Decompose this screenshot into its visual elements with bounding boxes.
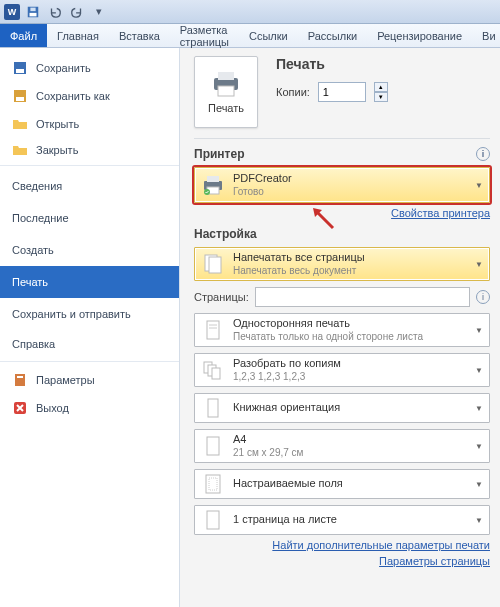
svg-rect-11 [218, 72, 234, 80]
sidebar-item-print[interactable]: Печать [0, 266, 179, 298]
info-icon[interactable]: i [476, 290, 490, 304]
sidebar-item-close[interactable]: Закрыть [0, 138, 179, 166]
sidebar-item-share[interactable]: Сохранить и отправить [0, 298, 179, 330]
margins-icon [201, 472, 225, 496]
chevron-down-icon: ▼ [475, 404, 483, 413]
chevron-down-icon: ▼ [475, 366, 483, 375]
printer-heading: Принтер [194, 147, 244, 161]
qat-dropdown-icon[interactable]: ▾ [90, 3, 108, 21]
dropdown-sub: Напечатать весь документ [233, 265, 365, 277]
sheet-icon [201, 508, 225, 532]
dropdown-sub: 21 см x 29,7 см [233, 447, 303, 459]
sidebar-item-open[interactable]: Открыть [0, 110, 179, 138]
tab-mailings[interactable]: Рассылки [298, 24, 367, 47]
settings-heading: Настройка [194, 227, 257, 241]
tab-references[interactable]: Ссылки [239, 24, 298, 47]
print-button-label: Печать [208, 102, 244, 114]
pages-scope-dropdown[interactable]: Напечатать все страницы Напечатать весь … [194, 247, 490, 281]
tab-file[interactable]: Файл [0, 24, 47, 47]
svg-rect-24 [212, 368, 220, 379]
sidebar-item-label: Сохранить [36, 62, 91, 74]
printer-icon [201, 173, 225, 197]
copies-down[interactable]: ▼ [374, 92, 388, 102]
printer-icon [210, 70, 242, 98]
sidebar-item-save[interactable]: Сохранить [0, 54, 179, 82]
divider [194, 138, 490, 139]
sidebar-item-help[interactable]: Справка [0, 330, 179, 362]
ribbon-tabs: Файл Главная Вставка Разметка страницы С… [0, 24, 500, 48]
svg-rect-1 [30, 12, 37, 16]
print-heading: Печать [276, 56, 388, 72]
page-single-icon [201, 318, 225, 342]
sidebar-item-label: Создать [12, 244, 54, 256]
sidebar-item-exit[interactable]: Выход [0, 394, 179, 422]
sidebar-item-save-as[interactable]: Сохранить как [0, 82, 179, 110]
sidebar-item-create[interactable]: Создать [0, 234, 179, 266]
margins-dropdown[interactable]: Настраиваемые поля ▼ [194, 469, 490, 499]
app-icon: W [4, 4, 20, 20]
svg-rect-6 [16, 97, 24, 101]
orientation-dropdown[interactable]: Книжная ориентация ▼ [194, 393, 490, 423]
save-icon[interactable] [24, 3, 42, 21]
svg-rect-14 [207, 176, 219, 182]
svg-rect-12 [218, 86, 234, 96]
undo-icon[interactable] [46, 3, 64, 21]
collate-dropdown[interactable]: Разобрать по копиям 1,2,3 1,2,3 1,2,3 ▼ [194, 353, 490, 387]
chevron-down-icon: ▼ [475, 181, 483, 190]
sidebar-item-label: Справка [12, 338, 55, 350]
copies-label: Копии: [276, 86, 310, 98]
copies-spinner: ▲ ▼ [374, 82, 388, 102]
sidebar-item-recent[interactable]: Последние [0, 202, 179, 234]
copies-up[interactable]: ▲ [374, 82, 388, 92]
dropdown-title: Настраиваемые поля [233, 477, 343, 490]
dropdown-sub: Печатать только на одной стороне листа [233, 331, 423, 343]
svg-rect-29 [207, 511, 219, 529]
tab-insert[interactable]: Вставка [109, 24, 170, 47]
dropdown-title: Напечатать все страницы [233, 251, 365, 264]
paper-dropdown[interactable]: A4 21 см x 29,7 см ▼ [194, 429, 490, 463]
svg-rect-19 [207, 321, 219, 339]
exit-icon [12, 400, 28, 416]
svg-rect-18 [209, 257, 221, 273]
options-icon [12, 372, 28, 388]
sheets-dropdown[interactable]: 1 страница на листе ▼ [194, 505, 490, 535]
page-setup-link[interactable]: Параметры страницы [194, 555, 490, 567]
pages-input[interactable] [255, 287, 470, 307]
sidebar-item-label: Последние [12, 212, 69, 224]
printer-status: Готово [233, 186, 292, 198]
svg-rect-8 [17, 376, 23, 378]
printer-dropdown[interactable]: PDFCreator Готово ▼ [194, 167, 490, 203]
sidebar-item-label: Выход [36, 402, 69, 414]
dropdown-title: Односторонняя печать [233, 317, 423, 330]
sidebar-item-info[interactable]: Сведения [0, 170, 179, 202]
duplex-dropdown[interactable]: Односторонняя печать Печатать только на … [194, 313, 490, 347]
more-print-options-link[interactable]: Найти дополнительные параметры печати [194, 539, 490, 551]
tab-home[interactable]: Главная [47, 24, 109, 47]
chevron-down-icon: ▼ [475, 480, 483, 489]
folder-close-icon [12, 142, 28, 158]
sidebar-item-label: Параметры [36, 374, 95, 386]
save-as-icon [12, 88, 28, 104]
chevron-down-icon: ▼ [475, 260, 483, 269]
chevron-down-icon: ▼ [475, 442, 483, 451]
redo-icon[interactable] [68, 3, 86, 21]
dropdown-title: Разобрать по копиям [233, 357, 341, 370]
svg-rect-25 [208, 399, 218, 417]
sidebar-item-label: Сохранить как [36, 90, 110, 102]
svg-rect-4 [16, 69, 24, 73]
sidebar-item-label: Печать [12, 276, 48, 288]
dropdown-title: 1 страница на листе [233, 513, 337, 526]
save-icon [12, 60, 28, 76]
printer-properties-link[interactable]: Свойства принтера [194, 207, 490, 219]
info-icon[interactable]: i [476, 147, 490, 161]
chevron-down-icon: ▼ [475, 516, 483, 525]
copies-input[interactable] [318, 82, 366, 102]
sidebar-item-options[interactable]: Параметры [0, 366, 179, 394]
tab-review[interactable]: Рецензирование [367, 24, 472, 47]
print-button[interactable]: Печать [194, 56, 258, 128]
svg-rect-26 [207, 437, 219, 455]
svg-rect-7 [15, 374, 25, 386]
print-panel: Печать Печать Копии: ▲ ▼ Принтер i [180, 48, 500, 607]
tab-view[interactable]: Ви [472, 24, 500, 47]
tab-layout[interactable]: Разметка страницы [170, 24, 239, 47]
